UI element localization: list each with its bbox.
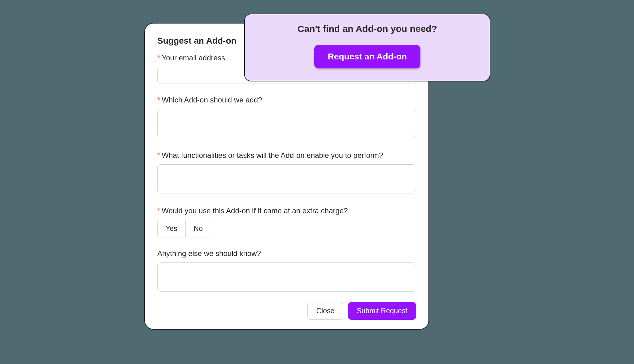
- extra-charge-label: *Would you use this Add-on if it came at…: [157, 206, 416, 215]
- anything-else-textarea[interactable]: [157, 262, 416, 292]
- radio-option-no[interactable]: No: [186, 220, 211, 237]
- email-label-text: Your email address: [162, 54, 225, 62]
- functionalities-label-text: What functionalities or tasks will the A…: [162, 151, 383, 159]
- modal-button-row: Close Submit Request: [157, 302, 416, 320]
- functionalities-label: *What functionalities or tasks will the …: [157, 151, 416, 160]
- extra-charge-label-text: Would you use this Add-on if it came at …: [162, 206, 348, 215]
- radio-option-yes[interactable]: Yes: [158, 220, 186, 237]
- required-mark: *: [157, 96, 160, 104]
- request-addon-popup: Can't find an Add-on you need? Request a…: [244, 14, 490, 81]
- required-mark: *: [157, 151, 160, 159]
- close-button[interactable]: Close: [307, 302, 344, 320]
- extra-charge-radio-group: Yes No: [157, 220, 211, 237]
- required-mark: *: [157, 206, 160, 215]
- popup-title: Can't find an Add-on you need?: [257, 24, 477, 34]
- extra-charge-field-group: *Would you use this Add-on if it came at…: [157, 206, 416, 237]
- anything-else-field-group: Anything else we should know?: [157, 249, 416, 293]
- anything-else-label: Anything else we should know?: [157, 249, 416, 258]
- addon-textarea[interactable]: [157, 109, 416, 138]
- functionalities-field-group: *What functionalities or tasks will the …: [157, 151, 416, 195]
- functionalities-textarea[interactable]: [157, 164, 416, 193]
- addon-field-group: *Which Add-on should we add?: [157, 96, 416, 139]
- submit-button[interactable]: Submit Request: [348, 302, 416, 320]
- required-mark: *: [157, 54, 160, 62]
- request-addon-button[interactable]: Request an Add-on: [314, 45, 421, 68]
- addon-label: *Which Add-on should we add?: [157, 96, 416, 104]
- addon-label-text: Which Add-on should we add?: [162, 96, 262, 104]
